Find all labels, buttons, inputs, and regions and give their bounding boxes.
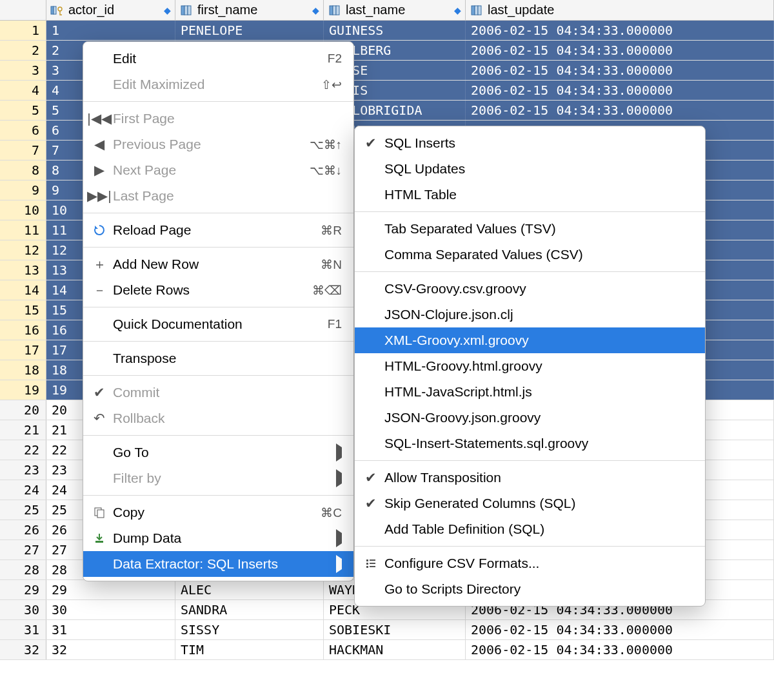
row-number[interactable]: 3 [0,61,46,80]
submenu-sql-inserts[interactable]: ✔ SQL Inserts [355,130,705,156]
row-number[interactable]: 25 [0,500,46,520]
row-number[interactable]: 15 [0,300,46,320]
submenu-sql-insert-groovy[interactable]: SQL-Insert-Statements.sql.groovy [355,431,705,456]
submenu-sql-updates[interactable]: SQL Updates [355,156,705,182]
row-number[interactable]: 8 [0,160,46,180]
row-number[interactable]: 29 [0,580,46,599]
cell-actor-id[interactable]: 32 [46,640,175,659]
cell-first-name[interactable]: TIM [175,640,324,659]
row-number[interactable]: 19 [0,380,46,400]
submenu-json-clojure[interactable]: JSON-Clojure.json.clj [355,302,705,327]
menu-delete-rows[interactable]: － Delete Rows ⌘⌫ [83,277,353,303]
menu-last-page[interactable]: ▶▶| Last Page [83,183,353,209]
menu-transpose[interactable]: Transpose [83,345,353,371]
row-number[interactable]: 27 [0,540,46,559]
table-row[interactable]: 11PENELOPEGUINESS2006-02-15 04:34:33.000… [0,21,774,41]
submenu-csv[interactable]: Comma Separated Values (CSV) [355,242,705,267]
submenu-allow-transposition[interactable]: ✔ Allow Transposition [355,465,705,491]
row-number[interactable]: 1 [0,21,46,40]
row-number[interactable]: 9 [0,180,46,200]
cell-actor-id[interactable]: 1 [46,21,175,40]
submenu-html-js[interactable]: HTML-JavaScript.html.js [355,379,705,405]
row-number[interactable]: 5 [0,101,46,120]
cell-actor-id[interactable]: 30 [46,600,175,619]
cell-actor-id[interactable]: 31 [46,620,175,639]
submenu-scripts-dir[interactable]: Go to Scripts Directory [355,576,705,602]
submenu-html-groovy[interactable]: HTML-Groovy.html.groovy [355,353,705,379]
row-number[interactable]: 20 [0,400,46,420]
cell-last-update[interactable]: 2006-02-15 04:34:33.000000 [466,61,774,80]
cell-actor-id[interactable]: 29 [46,580,175,599]
row-number[interactable]: 2 [0,41,46,60]
menu-data-extractor[interactable]: Data Extractor: SQL Inserts [83,551,353,577]
submenu-configure-csv[interactable]: Configure CSV Formats... [355,550,705,576]
menu-goto[interactable]: Go To [83,440,353,465]
menu-edit-maximized[interactable]: Edit Maximized ⇧↩ [83,72,353,97]
column-header-actor-id[interactable]: actor_id ◆ [46,0,175,20]
cell-first-name[interactable]: SISSY [175,620,324,639]
svg-rect-18 [370,563,375,564]
column-header-last-name[interactable]: last_name ◆ [324,0,466,20]
previous-page-icon: ◀ [92,137,106,152]
download-icon [92,532,106,544]
menu-previous-page[interactable]: ◀ Previous Page ⌥⌘↑ [83,131,353,157]
column-header-first-name[interactable]: first_name ◆ [175,0,324,20]
row-number[interactable]: 12 [0,240,46,260]
row-number[interactable]: 14 [0,280,46,300]
menu-commit[interactable]: ✔ Commit [83,380,353,405]
menu-reload-page[interactable]: Reload Page ⌘R [83,217,353,243]
menu-add-row[interactable]: ＋ Add New Row ⌘N [83,251,353,277]
row-number[interactable]: 21 [0,420,46,440]
submenu-csv-groovy[interactable]: CSV-Groovy.csv.groovy [355,276,705,302]
cell-last-name[interactable]: GUINESS [324,21,466,40]
menu-next-page[interactable]: ▶ Next Page ⌥⌘↓ [83,157,353,183]
menu-rollback[interactable]: ↶ Rollback [83,405,353,431]
cell-first-name[interactable]: PENELOPE [175,21,324,40]
row-number[interactable]: 16 [0,320,46,340]
row-number[interactable]: 10 [0,200,46,220]
cell-last-update[interactable]: 2006-02-15 04:34:33.000000 [466,21,774,40]
cell-last-update[interactable]: 2006-02-15 04:34:33.000000 [466,620,774,639]
row-number[interactable]: 17 [0,340,46,360]
column-header-last-update[interactable]: last_update [466,0,774,20]
cell-last-update[interactable]: 2006-02-15 04:34:33.000000 [466,81,774,100]
submenu-skip-generated[interactable]: ✔ Skip Generated Columns (SQL) [355,491,705,516]
row-number[interactable]: 23 [0,460,46,480]
submenu-tsv[interactable]: Tab Separated Values (TSV) [355,216,705,242]
row-number[interactable]: 30 [0,600,46,619]
row-number[interactable]: 7 [0,141,46,160]
row-number[interactable]: 32 [0,640,46,659]
menu-dump-data[interactable]: Dump Data [83,525,353,551]
menu-quick-doc[interactable]: Quick Documentation F1 [83,311,353,337]
row-number[interactable]: 18 [0,360,46,380]
sort-icon[interactable]: ◆ [454,5,461,15]
cell-last-update[interactable]: 2006-02-15 04:34:33.000000 [466,101,774,120]
table-row[interactable]: 3232TIMHACKMAN2006-02-15 04:34:33.000000 [0,640,774,660]
submenu-add-table-def[interactable]: Add Table Definition (SQL) [355,516,705,542]
menu-first-page[interactable]: |◀◀ First Page [83,106,353,131]
cell-last-update[interactable]: 2006-02-15 04:34:33.000000 [466,41,774,60]
cell-last-update[interactable]: 2006-02-15 04:34:33.000000 [466,640,774,659]
submenu-xml-groovy[interactable]: XML-Groovy.xml.groovy [355,327,705,353]
sort-asc-icon[interactable]: ◆ [164,5,171,15]
menu-filter-by[interactable]: Filter by [83,465,353,491]
submenu-json-groovy[interactable]: JSON-Groovy.json.groovy [355,405,705,431]
cell-last-name[interactable]: SOBIESKI [324,620,466,639]
cell-first-name[interactable]: ALEC [175,580,324,599]
row-number[interactable]: 28 [0,560,46,579]
menu-copy[interactable]: Copy ⌘C [83,500,353,525]
row-number[interactable]: 4 [0,81,46,100]
row-number[interactable]: 31 [0,620,46,639]
row-number[interactable]: 22 [0,440,46,460]
row-number[interactable]: 11 [0,220,46,240]
cell-last-name[interactable]: HACKMAN [324,640,466,659]
row-number[interactable]: 26 [0,520,46,540]
row-number[interactable]: 24 [0,480,46,500]
cell-first-name[interactable]: SANDRA [175,600,324,619]
row-number[interactable]: 13 [0,260,46,280]
table-row[interactable]: 3131SISSYSOBIESKI2006-02-15 04:34:33.000… [0,620,774,640]
row-number[interactable]: 6 [0,121,46,140]
submenu-html-table[interactable]: HTML Table [355,182,705,208]
menu-edit[interactable]: Edit F2 [83,46,353,72]
sort-icon[interactable]: ◆ [312,5,319,15]
